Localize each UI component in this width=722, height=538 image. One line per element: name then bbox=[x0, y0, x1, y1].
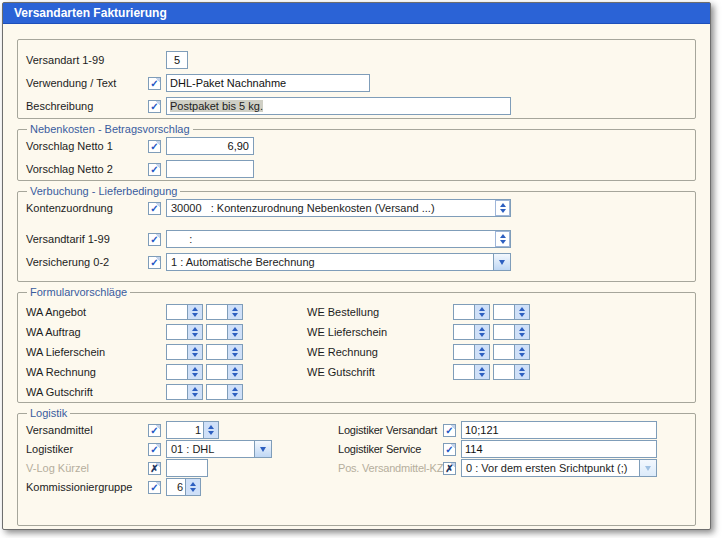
logistiker-versandart-input[interactable] bbox=[461, 421, 657, 439]
spinner-button[interactable] bbox=[227, 305, 242, 319]
spinner-button[interactable] bbox=[227, 345, 242, 359]
versicherung-dropdown[interactable]: 1 : Automatische Berechnung bbox=[166, 253, 511, 271]
form-number-spinner[interactable] bbox=[166, 304, 203, 320]
checkbox-checked-icon[interactable]: ✓ bbox=[148, 233, 161, 246]
logistiker-service-label: Logistiker Service bbox=[338, 443, 443, 455]
logistiker-label: Logistiker bbox=[26, 443, 148, 455]
kontenzuordnung-combo[interactable]: 30000 : Kontenzurodnung Nebenkosten (Ver… bbox=[166, 199, 511, 217]
form-number-spinner[interactable] bbox=[493, 304, 530, 320]
checkbox-excluded-icon[interactable]: ✗ bbox=[443, 462, 456, 475]
dropdown-button[interactable] bbox=[493, 254, 510, 270]
dropdown-arrow-icon bbox=[499, 260, 505, 265]
checkbox-checked-icon[interactable]: ✓ bbox=[148, 163, 161, 176]
spinner-up-icon bbox=[519, 307, 525, 311]
spinner-button[interactable] bbox=[185, 479, 200, 495]
spinner-button[interactable] bbox=[187, 345, 202, 359]
spinner-button[interactable] bbox=[495, 231, 510, 247]
spinner-button[interactable] bbox=[474, 345, 489, 359]
spinner-up-icon bbox=[479, 327, 485, 331]
form-number-spinner[interactable] bbox=[493, 324, 530, 340]
checkbox-checked-icon[interactable]: ✓ bbox=[443, 443, 456, 456]
form-number-spinner[interactable] bbox=[453, 364, 490, 380]
checkbox-checked-icon[interactable]: ✓ bbox=[148, 100, 161, 113]
netto1-input[interactable] bbox=[166, 137, 254, 155]
checkbox-checked-icon[interactable]: ✓ bbox=[443, 424, 456, 437]
form-number-spinner[interactable] bbox=[453, 344, 490, 360]
form-number-spinner[interactable] bbox=[166, 324, 203, 340]
wa-rechnung-row: WA Rechnung bbox=[26, 364, 307, 380]
checkbox-checked-icon[interactable]: ✓ bbox=[148, 256, 161, 269]
form-number-spinner[interactable] bbox=[453, 304, 490, 320]
section-verbuchung: Verbuchung - Lieferbedingung Kontenzuord… bbox=[17, 185, 696, 282]
spinner-button[interactable] bbox=[227, 325, 242, 339]
spinner-button[interactable] bbox=[187, 305, 202, 319]
wa-auftrag-label: WA Auftrag bbox=[26, 326, 166, 338]
form-number-spinner[interactable] bbox=[166, 364, 203, 380]
logistiker-service-input[interactable] bbox=[461, 440, 657, 458]
checkbox-checked-icon[interactable]: ✓ bbox=[148, 443, 161, 456]
form-number-spinner[interactable] bbox=[453, 324, 490, 340]
versicherung-label: Versicherung 0-2 bbox=[26, 256, 148, 268]
versandart-input[interactable] bbox=[166, 51, 188, 69]
spinner-button[interactable] bbox=[514, 325, 529, 339]
form-number-spinner[interactable] bbox=[206, 384, 243, 400]
spinner-button[interactable] bbox=[514, 365, 529, 379]
we-lieferschein-row: WE Lieferschein bbox=[307, 324, 530, 340]
spinner-button[interactable] bbox=[514, 305, 529, 319]
spinner-down-icon bbox=[190, 488, 196, 492]
spinner-down-icon bbox=[192, 353, 198, 357]
form-number-spinner[interactable] bbox=[206, 324, 243, 340]
netto2-input[interactable] bbox=[166, 160, 254, 178]
window-titlebar: Versandarten Fakturierung bbox=[3, 3, 710, 24]
spinner-down-icon bbox=[192, 313, 198, 317]
versandtarif-row: Versandtarif 1-99 ✓ : bbox=[26, 230, 695, 248]
form-number-spinner[interactable] bbox=[206, 344, 243, 360]
spinner-button[interactable] bbox=[474, 305, 489, 319]
versandtarif-combo[interactable]: : bbox=[166, 230, 511, 248]
spinner-button[interactable] bbox=[514, 345, 529, 359]
spinner-up-icon bbox=[500, 203, 506, 207]
kommissioniergruppe-value: 6 bbox=[167, 481, 185, 493]
form-number-spinner[interactable] bbox=[166, 384, 203, 400]
logistiker-versandart-label: Logistiker Versandart bbox=[338, 424, 443, 436]
section-logistik-title: Logistik bbox=[27, 407, 70, 419]
form-number-spinner[interactable] bbox=[493, 364, 530, 380]
form-number-spinner[interactable] bbox=[166, 344, 203, 360]
kommissioniergruppe-spinner[interactable]: 6 bbox=[166, 478, 201, 496]
spinner-down-icon bbox=[232, 333, 238, 337]
wa-gutschrift-label: WA Gutschrift bbox=[26, 386, 166, 398]
checkbox-checked-icon[interactable]: ✓ bbox=[148, 424, 161, 437]
spinner-button[interactable] bbox=[227, 365, 242, 379]
spinner-up-icon bbox=[479, 347, 485, 351]
checkbox-excluded-icon[interactable]: ✗ bbox=[148, 462, 161, 475]
verwendung-input[interactable] bbox=[166, 74, 370, 92]
spinner-button[interactable] bbox=[495, 200, 510, 216]
spinner-up-icon bbox=[232, 327, 238, 331]
spinner-button[interactable] bbox=[187, 325, 202, 339]
checkbox-checked-icon[interactable]: ✓ bbox=[148, 481, 161, 494]
logistik-left-column: Versandmittel ✓ 1 Logistiker ✓ 01 : DHL bbox=[26, 421, 338, 497]
checkbox-checked-icon[interactable]: ✓ bbox=[148, 140, 161, 153]
spinner-button[interactable] bbox=[187, 385, 202, 399]
checkbox-checked-icon[interactable]: ✓ bbox=[148, 202, 161, 215]
versandmittel-spinner[interactable]: 1 bbox=[166, 421, 219, 439]
form-number-spinner[interactable] bbox=[206, 364, 243, 380]
spinner-button[interactable] bbox=[203, 422, 218, 438]
netto1-row: Vorschlag Netto 1 ✓ bbox=[26, 137, 695, 155]
form-number-spinner[interactable] bbox=[206, 304, 243, 320]
form-number-spinner[interactable] bbox=[493, 344, 530, 360]
beschreibung-input[interactable]: Postpaket bis 5 kg. bbox=[166, 97, 511, 115]
spinner-down-icon bbox=[479, 333, 485, 337]
spinner-button[interactable] bbox=[474, 325, 489, 339]
spinner-button[interactable] bbox=[474, 365, 489, 379]
checkbox-checked-icon[interactable]: ✓ bbox=[148, 77, 161, 90]
formular-columns: WA Angebot WA Auftrag WA Lieferschein bbox=[26, 304, 695, 404]
spinner-button[interactable] bbox=[187, 365, 202, 379]
pos-versandmittel-kz-dropdown: 0 : Vor dem ersten Srichtpunkt (;) bbox=[461, 459, 657, 477]
spinner-button[interactable] bbox=[227, 385, 242, 399]
spinner-down-icon bbox=[479, 373, 485, 377]
wa-gutschrift-row: WA Gutschrift bbox=[26, 384, 307, 400]
logistiker-dropdown[interactable]: 01 : DHL bbox=[166, 440, 272, 458]
dropdown-button[interactable] bbox=[254, 441, 271, 457]
spinner-down-icon bbox=[519, 313, 525, 317]
